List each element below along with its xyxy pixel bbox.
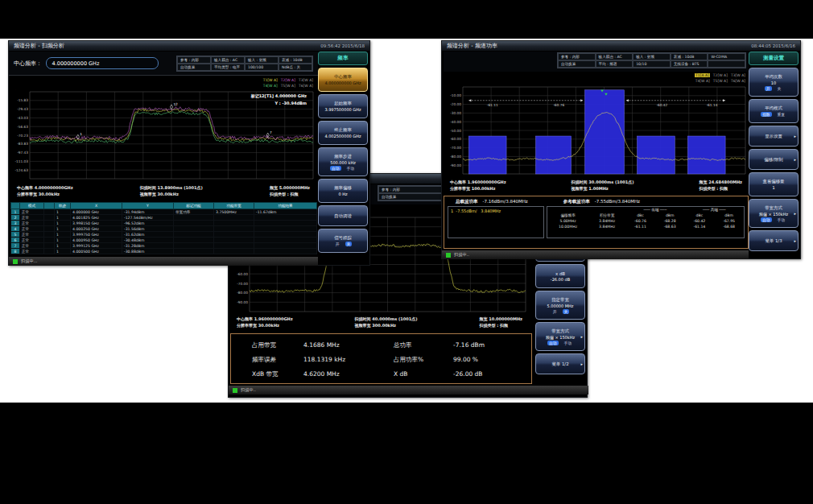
softkey-2[interactable]: 显示设置▸ bbox=[749, 126, 799, 147]
marker-table-cell bbox=[44, 238, 55, 243]
result-value: 99.00 % bbox=[453, 356, 531, 364]
softkey-4[interactable]: 查看偏移量1 bbox=[749, 172, 799, 196]
softkey-4[interactable]: 频率偏移0 Hz bbox=[318, 179, 368, 203]
result-value: -7.16 dBm bbox=[453, 341, 531, 349]
window-titlebar[interactable]: 频谱分析 - 频道功率 08:44:05 2015/6/16 bbox=[442, 41, 800, 52]
center-frequency-label: 中心频率 : bbox=[14, 60, 40, 68]
toggle-option[interactable]: 自动 bbox=[330, 166, 341, 171]
sweep-indicator-icon bbox=[13, 259, 18, 264]
softkey-3[interactable]: 频率步进500.000 kHz自动手动 bbox=[318, 147, 368, 176]
legend-item: T3[W A] bbox=[731, 73, 745, 77]
marker-table-cell: 3 bbox=[11, 221, 20, 226]
marker-table-cell: -96.52dBm bbox=[122, 221, 174, 226]
ref-power-label: 参考载波功率 bbox=[563, 199, 590, 204]
toggle-option[interactable]: 开 bbox=[765, 86, 772, 91]
softkey-5[interactable]: 带宽方式频偏 × 150kHz自动手动▸ bbox=[749, 199, 799, 228]
status-bar: 扫描中.. bbox=[229, 386, 588, 395]
softkey-value: 0 Hz bbox=[338, 192, 347, 196]
setting-cell: 衰减 : 10dB bbox=[671, 53, 708, 60]
softkey-toggle: 开关 bbox=[334, 242, 353, 246]
marker-table-cell: 6 bbox=[11, 238, 20, 243]
softkey-4[interactable]: 菜单 1/2▸ bbox=[535, 353, 585, 374]
toggle-option[interactable]: 开 bbox=[551, 309, 559, 314]
svg-text:-80.00: -80.00 bbox=[237, 291, 248, 295]
status-text: 扫描中.. bbox=[241, 387, 256, 393]
softkey-2[interactable]: 指定带宽5.00000 MHz开关 bbox=[535, 291, 585, 320]
result-label: 频率误差 bbox=[252, 356, 303, 364]
marker-table-header-cell: 功能结果 bbox=[254, 203, 317, 209]
softkey-label: 指定带宽 bbox=[551, 297, 569, 303]
softkey-label: 信号跟踪 bbox=[334, 235, 352, 241]
marker-table-cell: 正常 bbox=[20, 243, 44, 249]
svg-text:-10.00: -10.00 bbox=[450, 93, 461, 97]
softkey-6[interactable]: 菜单 1/3▸ bbox=[749, 230, 799, 251]
svg-text:-40.00: -40.00 bbox=[450, 120, 461, 124]
marker-table-cell bbox=[44, 249, 55, 254]
menu-header-button[interactable]: 测量设置 bbox=[749, 52, 799, 65]
marker-table-cell: 4.000950 GHz bbox=[71, 238, 122, 243]
ref-power-value: -7.55dBm/3.840MHz bbox=[595, 199, 640, 204]
result-value: 118.1319 kHz bbox=[303, 356, 394, 364]
marker-table-cell bbox=[44, 221, 55, 226]
setting-cell: 参考 : 内部 bbox=[558, 53, 596, 60]
sweep-indicator-icon bbox=[233, 388, 237, 393]
softkey-3[interactable]: 带宽方式频偏 × 150kHz自动手动▸ bbox=[535, 322, 585, 351]
legend-item: T3[W A] bbox=[299, 78, 313, 82]
toggle-option[interactable]: 手动 bbox=[345, 166, 357, 171]
toggle-option[interactable]: 自动 bbox=[547, 341, 559, 345]
annotation-line: 视频带宽 1.00MHz bbox=[572, 186, 634, 192]
toggle-option[interactable]: 开 bbox=[334, 242, 341, 246]
total-power-label: 总载波功率 bbox=[456, 199, 478, 204]
legend-row: T4[W A]T5[W A]T6[W A] bbox=[691, 79, 745, 85]
toggle-option[interactable]: 重复 bbox=[776, 112, 787, 117]
softkey-2[interactable]: 终止频率4.002500000 GHz bbox=[318, 121, 368, 145]
submenu-arrow-icon: ▸ bbox=[580, 361, 583, 366]
marker-table-cell bbox=[254, 243, 317, 249]
setting-cell: 平均类型 : 电平 bbox=[211, 64, 245, 71]
softkey-label: 终止频率 bbox=[334, 127, 352, 133]
svg-text:7: 7 bbox=[270, 130, 272, 134]
marker-table-cell bbox=[214, 215, 254, 221]
softkey-1[interactable]: x dB-26.00 dB bbox=[535, 264, 585, 288]
softkey-6[interactable]: 信号跟踪开关 bbox=[318, 229, 368, 253]
softkey-1[interactable]: 起始频率3.997500000 GHz bbox=[318, 94, 368, 118]
marker-table-cell: 7 bbox=[11, 243, 20, 249]
settings-bar: 参考 : 内部输入耦合 : AC输入 : 射频衰减 : 10dBW-CDMA自动… bbox=[444, 52, 749, 72]
offset-results: ─── 低端 ────── 高端 ───偏移频率积分带宽dBcdBmdBcdBm… bbox=[547, 206, 745, 238]
softkey-0[interactable]: 中心频率4.000000000 GHz bbox=[318, 68, 368, 92]
offset-group-cell bbox=[547, 207, 588, 213]
window-titlebar[interactable]: 频谱分析 - 扫频分析 09:56:42 2015/6/18 bbox=[9, 41, 369, 52]
svg-text:-60.00: -60.00 bbox=[237, 272, 248, 276]
softkey-toggle: 自动手动 bbox=[330, 166, 356, 171]
marker-table-cell: 3.999750 GHz bbox=[71, 232, 122, 238]
setting-cell: NdB点 : 关 bbox=[279, 64, 312, 71]
marker-table-cell bbox=[254, 232, 317, 238]
toggle-option[interactable]: 关 bbox=[563, 309, 570, 314]
softkey-label: 起始频率 bbox=[334, 101, 352, 106]
offset-data-cell: -61.14 bbox=[685, 224, 715, 229]
toggle-option[interactable]: 自动 bbox=[761, 217, 772, 222]
svg-text:-61.11: -61.11 bbox=[487, 103, 498, 107]
annotation-line: 频宽 10.000000MHz bbox=[479, 316, 522, 323]
menu-header-button[interactable]: 频率 bbox=[318, 52, 368, 65]
toggle-option[interactable]: 关 bbox=[345, 242, 353, 246]
offset-group-cell: ─── 高端 ─── bbox=[685, 207, 744, 213]
softkey-0[interactable]: 平均次数10开关 bbox=[749, 68, 799, 97]
marker-table-cell bbox=[214, 238, 254, 243]
center-frequency-input[interactable]: 4.000000000 GHz bbox=[46, 57, 159, 69]
setting-cell: 输入 : 射频 bbox=[633, 53, 671, 60]
toggle-option[interactable]: 指数 bbox=[761, 112, 772, 117]
toggle-option[interactable]: 关 bbox=[776, 86, 783, 91]
offset-data-cell: 3.84MHz bbox=[588, 224, 625, 229]
softkey-5[interactable]: 自动调谐 bbox=[318, 205, 368, 226]
svg-text:-15.83: -15.83 bbox=[17, 98, 28, 102]
setting-cell: 100/100 bbox=[245, 64, 279, 71]
marker-table-row: 7正常13.999125 GHz-31.28dBm bbox=[11, 243, 317, 249]
toggle-option[interactable]: 手动 bbox=[776, 217, 787, 222]
toggle-option[interactable]: 手动 bbox=[563, 341, 574, 345]
marker-table-row: 3正常13.998150 GHz-96.52dBm bbox=[11, 221, 317, 226]
softkey-1[interactable]: 平均模式指数重复 bbox=[749, 99, 799, 123]
marker-table-cell bbox=[214, 243, 254, 249]
setting-cell: 自动换算 bbox=[177, 64, 211, 71]
softkey-3[interactable]: 偏移/限制▸ bbox=[749, 149, 799, 170]
